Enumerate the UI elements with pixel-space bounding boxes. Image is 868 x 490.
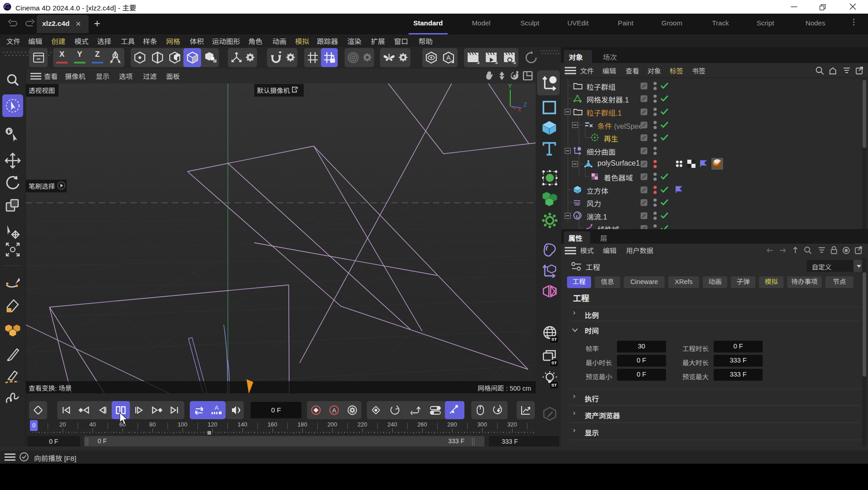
- svg-text:A: A: [332, 407, 336, 414]
- svg-text:Z: Z: [523, 101, 527, 108]
- svg-text:X: X: [518, 107, 521, 113]
- svg-text:A: A: [446, 54, 451, 61]
- svg-text:Y: Y: [508, 83, 512, 89]
- svg-text:A: A: [215, 404, 219, 411]
